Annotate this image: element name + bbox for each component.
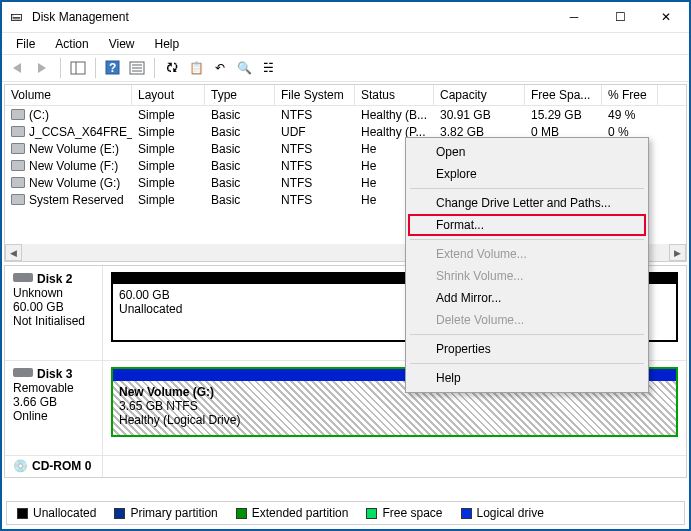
- cell-layout: Simple: [132, 142, 205, 156]
- menu-file[interactable]: File: [8, 35, 43, 53]
- legend-sw-logical: [461, 508, 472, 519]
- ctx-mirror[interactable]: Add Mirror...: [408, 287, 646, 309]
- legend-extended: Extended partition: [252, 506, 349, 520]
- ctx-help[interactable]: Help: [408, 367, 646, 389]
- settings-1-button[interactable]: 🔍: [233, 57, 255, 79]
- col-free[interactable]: Free Spa...: [525, 85, 602, 105]
- cell-fs: NTFS: [275, 108, 355, 122]
- legend-unalloc: Unallocated: [33, 506, 96, 520]
- back-button[interactable]: [8, 57, 30, 79]
- cell-vol: New Volume (G:): [5, 176, 132, 190]
- ctx-delete: Delete Volume...: [408, 309, 646, 331]
- forward-button[interactable]: [32, 57, 54, 79]
- menu-help[interactable]: Help: [147, 35, 188, 53]
- legend-sw-extended: [236, 508, 247, 519]
- cell-fs: NTFS: [275, 142, 355, 156]
- refresh-button[interactable]: 🗘: [161, 57, 183, 79]
- scroll-right-button[interactable]: ▶: [669, 244, 686, 261]
- menubar: File Action View Help: [2, 33, 689, 54]
- disk-icon: [13, 273, 33, 282]
- disk2-name: Disk 2: [37, 272, 72, 286]
- drive-icon: [11, 126, 25, 137]
- close-button[interactable]: ✕: [643, 2, 689, 33]
- legend-sw-primary: [114, 508, 125, 519]
- disk3-name: Disk 3: [37, 367, 72, 381]
- ctx-explore[interactable]: Explore: [408, 163, 646, 185]
- disk3-vol-detail: 3.65 GB NTFS: [119, 399, 670, 413]
- disk3-kind: Removable: [13, 381, 94, 395]
- cell-layout: Simple: [132, 108, 205, 122]
- cell-pct: 49 %: [602, 108, 658, 122]
- cell-layout: Simple: [132, 125, 205, 139]
- ctx-change-letter[interactable]: Change Drive Letter and Paths...: [408, 192, 646, 214]
- settings-2-button[interactable]: ☵: [257, 57, 279, 79]
- ctx-extend: Extend Volume...: [408, 243, 646, 265]
- col-fs[interactable]: File System: [275, 85, 355, 105]
- undo-button[interactable]: ↶: [209, 57, 231, 79]
- volume-list-header: Volume Layout Type File System Status Ca…: [5, 85, 686, 106]
- ctx-shrink: Shrink Volume...: [408, 265, 646, 287]
- cell-type: Basic: [205, 108, 275, 122]
- cell-fs: NTFS: [275, 176, 355, 190]
- ctx-properties[interactable]: Properties: [408, 338, 646, 360]
- disk-icon: [13, 368, 33, 377]
- table-row[interactable]: (C:)SimpleBasicNTFSHealthy (B...30.91 GB…: [5, 106, 686, 123]
- minimize-button[interactable]: ─: [551, 2, 597, 33]
- cell-fs: UDF: [275, 125, 355, 139]
- disk-row-cdrom: 💿CD-ROM 0: [5, 456, 686, 478]
- disk2-kind: Unknown: [13, 286, 94, 300]
- legend-free: Free space: [382, 506, 442, 520]
- cell-type: Basic: [205, 142, 275, 156]
- help-button[interactable]: ?: [102, 57, 124, 79]
- disk3-state: Online: [13, 409, 94, 423]
- scroll-left-button[interactable]: ◀: [5, 244, 22, 261]
- ctx-open[interactable]: Open: [408, 141, 646, 163]
- col-volume[interactable]: Volume: [5, 85, 132, 105]
- window-title: Disk Management: [32, 10, 551, 24]
- cell-vol: (C:): [5, 108, 132, 122]
- col-capacity[interactable]: Capacity: [434, 85, 525, 105]
- legend-primary: Primary partition: [130, 506, 217, 520]
- cell-vol: J_CCSA_X64FRE_E...: [5, 125, 132, 139]
- maximize-button[interactable]: ☐: [597, 2, 643, 33]
- cdrom-icon: 💿: [13, 459, 28, 473]
- col-layout[interactable]: Layout: [132, 85, 205, 105]
- cell-type: Basic: [205, 159, 275, 173]
- cell-type: Basic: [205, 176, 275, 190]
- col-pct[interactable]: % Free: [602, 85, 658, 105]
- legend-sw-unalloc: [17, 508, 28, 519]
- drive-icon: [11, 177, 25, 188]
- cell-vol: System Reserved: [5, 193, 132, 207]
- legend-sw-free: [366, 508, 377, 519]
- cell-cap: 30.91 GB: [434, 108, 525, 122]
- legend-logical: Logical drive: [477, 506, 544, 520]
- cell-type: Basic: [205, 125, 275, 139]
- disk3-size: 3.66 GB: [13, 395, 94, 409]
- app-icon: 🖴: [10, 9, 26, 25]
- cdrom-name: CD-ROM 0: [32, 459, 91, 473]
- rescan-button[interactable]: 📋: [185, 57, 207, 79]
- action-list-button[interactable]: [126, 57, 148, 79]
- disk2-state: Not Initialised: [13, 314, 94, 328]
- titlebar: 🖴 Disk Management ─ ☐ ✕: [2, 2, 689, 33]
- cell-fs: NTFS: [275, 159, 355, 173]
- disk3-vol-status: Healthy (Logical Drive): [119, 413, 670, 427]
- show-hide-tree-button[interactable]: [67, 57, 89, 79]
- drive-icon: [11, 143, 25, 154]
- cell-free: 15.29 GB: [525, 108, 602, 122]
- drive-icon: [11, 109, 25, 120]
- cell-vol: New Volume (F:): [5, 159, 132, 173]
- ctx-format[interactable]: Format...: [408, 214, 646, 236]
- menu-action[interactable]: Action: [47, 35, 96, 53]
- menu-view[interactable]: View: [101, 35, 143, 53]
- col-type[interactable]: Type: [205, 85, 275, 105]
- cell-layout: Simple: [132, 159, 205, 173]
- toolbar: ? 🗘 📋 ↶ 🔍 ☵: [2, 54, 689, 82]
- legend: Unallocated Primary partition Extended p…: [6, 501, 685, 525]
- svg-rect-0: [71, 62, 85, 74]
- col-status[interactable]: Status: [355, 85, 434, 105]
- context-menu: Open Explore Change Drive Letter and Pat…: [405, 137, 649, 393]
- cell-fs: NTFS: [275, 193, 355, 207]
- drive-icon: [11, 194, 25, 205]
- cell-layout: Simple: [132, 193, 205, 207]
